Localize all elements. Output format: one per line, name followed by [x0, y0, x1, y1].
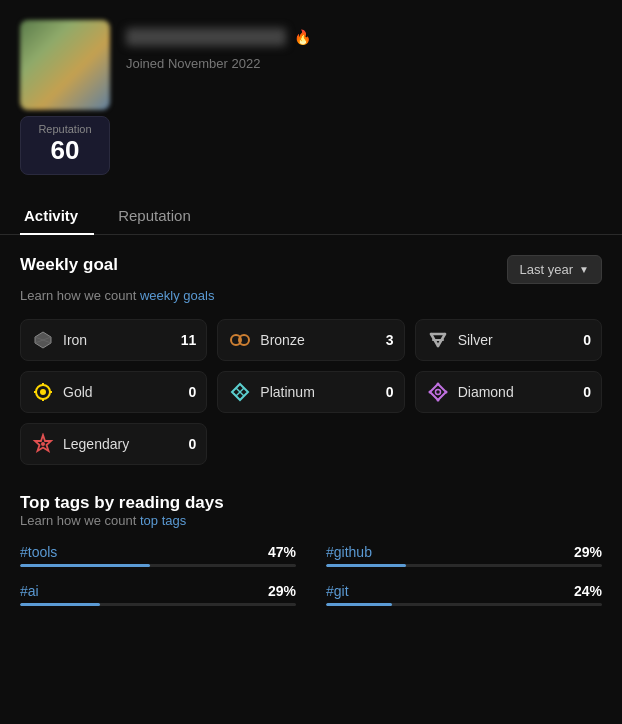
period-label: Last year — [520, 262, 573, 277]
badge-grid: Iron 11 Bronze 3 — [20, 319, 602, 465]
gold-label: Gold — [63, 384, 181, 400]
svg-point-21 — [444, 391, 447, 394]
svg-point-22 — [436, 399, 439, 402]
svg-marker-18 — [430, 384, 446, 400]
main-content: Weekly goal Last year ▼ Learn how we cou… — [0, 235, 622, 626]
tag-name[interactable]: #github — [326, 544, 372, 560]
reputation-value: 60 — [33, 135, 97, 166]
tag-percent: 29% — [268, 583, 296, 599]
bronze-count: 3 — [386, 332, 394, 348]
svg-point-10 — [40, 389, 46, 395]
badge-silver: Silver 0 — [415, 319, 602, 361]
tag-bar-fill — [326, 564, 406, 567]
weekly-goal-section: Weekly goal Last year ▼ Learn how we cou… — [20, 255, 602, 465]
legendary-count: 0 — [189, 436, 197, 452]
username-row: 🔥 — [126, 28, 602, 46]
svg-point-23 — [428, 391, 431, 394]
legendary-icon — [31, 432, 55, 456]
gold-count: 0 — [189, 384, 197, 400]
tag-bar-fill — [20, 564, 150, 567]
tag-name[interactable]: #tools — [20, 544, 57, 560]
weekly-goal-subtitle: Learn how we count weekly goals — [20, 288, 602, 303]
platinum-icon — [228, 380, 252, 404]
badge-bronze: Bronze 3 — [217, 319, 404, 361]
top-tags-subtitle: Learn how we count top tags — [20, 513, 602, 528]
tag-bar-bg — [326, 603, 602, 606]
top-tags-section: Top tags by reading days Learn how we co… — [20, 493, 602, 606]
tag-row: #github 29% — [326, 544, 602, 560]
diamond-icon — [426, 380, 450, 404]
tag-grid: #tools 47% #github 29% #ai 29% — [20, 544, 602, 606]
profile-info: 🔥 Joined November 2022 — [126, 20, 602, 71]
tag-row: #ai 29% — [20, 583, 296, 599]
badge-iron: Iron 11 — [20, 319, 207, 361]
tag-bar-fill — [326, 603, 392, 606]
svg-point-25 — [41, 442, 45, 446]
username-blurred — [126, 28, 286, 46]
weekly-goal-title-area: Weekly goal — [20, 255, 118, 275]
tag-name[interactable]: #ai — [20, 583, 39, 599]
tag-item: #tools 47% — [20, 544, 296, 567]
tag-row: #git 24% — [326, 583, 602, 599]
badge-platinum: Platinum 0 — [217, 371, 404, 413]
reputation-box: Reputation 60 — [20, 116, 110, 175]
badge-diamond: Diamond 0 — [415, 371, 602, 413]
svg-point-20 — [436, 383, 439, 386]
tab-reputation[interactable]: Reputation — [114, 195, 207, 234]
tag-bar-bg — [20, 603, 296, 606]
diamond-count: 0 — [583, 384, 591, 400]
chevron-down-icon: ▼ — [579, 264, 589, 275]
tag-bar-bg — [326, 564, 602, 567]
tag-item: #ai 29% — [20, 583, 296, 606]
avatar-container: Reputation 60 — [20, 20, 110, 175]
platinum-label: Platinum — [260, 384, 378, 400]
tag-item: #github 29% — [326, 544, 602, 567]
top-tags-title: Top tags by reading days — [20, 493, 602, 513]
weekly-goal-header: Weekly goal Last year ▼ — [20, 255, 602, 284]
reputation-label: Reputation — [33, 123, 97, 135]
tag-percent: 47% — [268, 544, 296, 560]
tag-row: #tools 47% — [20, 544, 296, 560]
profile-section: Reputation 60 🔥 Joined November 2022 — [0, 0, 622, 185]
silver-count: 0 — [583, 332, 591, 348]
bronze-icon — [228, 328, 252, 352]
badge-gold: Gold 0 — [20, 371, 207, 413]
silver-icon — [426, 328, 450, 352]
weekly-goal-title: Weekly goal — [20, 255, 118, 275]
tag-item: #git 24% — [326, 583, 602, 606]
tag-name[interactable]: #git — [326, 583, 349, 599]
top-tags-link[interactable]: top tags — [140, 513, 186, 528]
silver-label: Silver — [458, 332, 576, 348]
iron-count: 11 — [181, 332, 197, 348]
badge-legendary: Legendary 0 — [20, 423, 207, 465]
tabs-nav: Activity Reputation — [0, 195, 622, 235]
svg-point-19 — [435, 390, 440, 395]
platinum-count: 0 — [386, 384, 394, 400]
weekly-goals-link[interactable]: weekly goals — [140, 288, 214, 303]
join-date: Joined November 2022 — [126, 56, 602, 71]
tab-activity[interactable]: Activity — [20, 195, 94, 234]
legendary-label: Legendary — [63, 436, 181, 452]
bronze-label: Bronze — [260, 332, 378, 348]
diamond-label: Diamond — [458, 384, 576, 400]
gold-icon — [31, 380, 55, 404]
iron-icon — [31, 328, 55, 352]
tag-percent: 29% — [574, 544, 602, 560]
iron-label: Iron — [63, 332, 173, 348]
period-dropdown[interactable]: Last year ▼ — [507, 255, 602, 284]
avatar — [20, 20, 110, 110]
streak-icon: 🔥 — [294, 29, 311, 45]
tag-bar-bg — [20, 564, 296, 567]
tag-percent: 24% — [574, 583, 602, 599]
tag-bar-fill — [20, 603, 100, 606]
